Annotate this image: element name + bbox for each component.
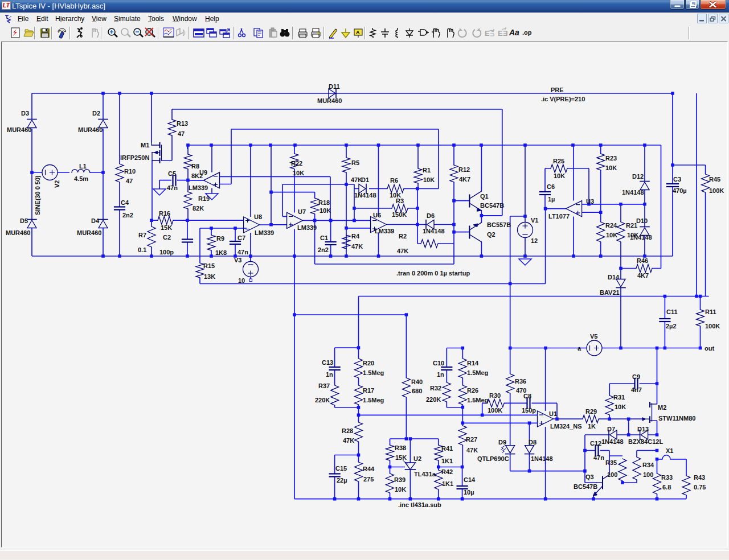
svg-text:47K: 47K	[466, 447, 478, 454]
svg-text:D13: D13	[637, 426, 649, 433]
svg-text:R12: R12	[458, 166, 470, 173]
svg-text:13K: 13K	[204, 273, 215, 280]
svg-text:MUR460: MUR460	[78, 126, 103, 133]
svg-text:R34: R34	[642, 462, 654, 468]
svg-text:6.8: 6.8	[662, 484, 671, 491]
svg-text:R41: R41	[441, 445, 453, 452]
svg-text:R17: R17	[363, 387, 374, 394]
svg-text:V3: V3	[234, 257, 241, 263]
svg-text:22µ: 22µ	[337, 477, 347, 484]
svg-text:10K: 10K	[423, 176, 435, 183]
svg-text:10µ: 10µ	[464, 489, 474, 496]
svg-text:R23: R23	[605, 155, 617, 162]
svg-text:R37: R37	[318, 382, 330, 389]
svg-text:10K: 10K	[605, 164, 617, 171]
svg-text:.tran 0 200m 0 1µ startup: .tran 0 200m 0 1µ startup	[396, 270, 470, 277]
svg-text:4K7: 4K7	[459, 176, 470, 183]
svg-text:Q1: Q1	[480, 193, 489, 200]
svg-text:QTLP690C: QTLP690C	[477, 455, 509, 462]
svg-text:1n: 1n	[437, 371, 444, 378]
svg-text:.inc tl431a.sub: .inc tl431a.sub	[398, 501, 441, 508]
svg-text:150K: 150K	[392, 211, 407, 218]
svg-text:R45: R45	[709, 176, 720, 183]
svg-text:R38: R38	[395, 444, 406, 451]
svg-text:C8: C8	[523, 393, 531, 400]
svg-text:D10: D10	[636, 217, 648, 224]
svg-text:STW11NM80: STW11NM80	[658, 415, 695, 422]
svg-text:10K: 10K	[293, 170, 304, 176]
svg-text:R42: R42	[441, 468, 453, 475]
svg-text:10K: 10K	[320, 207, 331, 214]
svg-text:D12: D12	[632, 173, 644, 180]
svg-text:X1: X1	[666, 447, 673, 454]
svg-text:100K: 100K	[705, 323, 720, 330]
svg-text:C10: C10	[433, 360, 444, 367]
svg-text:R31: R31	[613, 394, 625, 401]
svg-text:C13: C13	[322, 359, 333, 366]
svg-text:R33: R33	[661, 474, 673, 481]
svg-text:47K: 47K	[351, 176, 362, 183]
svg-text:1.5Meg: 1.5Meg	[363, 397, 384, 403]
svg-text:150p: 150p	[522, 407, 536, 414]
svg-text:R25: R25	[553, 158, 564, 164]
svg-text:Q3: Q3	[585, 473, 594, 480]
svg-text:R28: R28	[342, 427, 353, 434]
svg-text:R13: R13	[177, 120, 188, 127]
svg-text:1N4148: 1N4148	[423, 228, 445, 234]
svg-text:R24: R24	[605, 222, 617, 229]
svg-text:R26: R26	[467, 387, 478, 394]
svg-text:LM339: LM339	[375, 228, 394, 234]
svg-text:0.1: 0.1	[138, 246, 146, 253]
svg-text:4.5m: 4.5m	[74, 175, 88, 182]
svg-text:R44: R44	[363, 466, 375, 472]
svg-text:100K: 100K	[709, 187, 724, 194]
svg-text:R11: R11	[705, 308, 716, 315]
svg-text:U6: U6	[373, 212, 381, 219]
svg-text:1N4148: 1N4148	[630, 234, 652, 241]
svg-text:R32: R32	[430, 385, 441, 392]
svg-text:R19: R19	[198, 195, 210, 202]
svg-text:10K: 10K	[554, 172, 565, 179]
svg-text:LM324_NS: LM324_NS	[550, 423, 582, 430]
svg-text:470µ: 470µ	[673, 187, 687, 194]
svg-text:10K: 10K	[615, 403, 626, 410]
svg-text:R30: R30	[489, 392, 501, 399]
svg-text:1N4148: 1N4148	[622, 189, 644, 196]
svg-text:47: 47	[178, 130, 185, 137]
svg-text:.ic V(PRE)=210: .ic V(PRE)=210	[541, 96, 585, 102]
svg-text:R43: R43	[694, 474, 705, 481]
svg-text:10K: 10K	[606, 232, 617, 238]
svg-text:10: 10	[238, 277, 245, 284]
svg-text:275: 275	[363, 476, 374, 483]
svg-text:R20: R20	[363, 360, 374, 367]
svg-text:TL431a: TL431a	[414, 471, 436, 477]
svg-text:0.75: 0.75	[694, 484, 706, 491]
svg-text:1N4148: 1N4148	[531, 455, 553, 462]
svg-text:2n2: 2n2	[318, 246, 329, 253]
svg-text:10K: 10K	[395, 486, 406, 493]
svg-text:R1: R1	[423, 167, 431, 174]
svg-text:out: out	[705, 345, 714, 352]
svg-text:U7: U7	[298, 208, 306, 215]
svg-text:LM339: LM339	[297, 224, 317, 231]
svg-text:M1: M1	[141, 142, 149, 149]
svg-text:C14: C14	[464, 476, 476, 483]
svg-text:C12: C12	[590, 440, 601, 447]
svg-text:D5: D5	[20, 217, 28, 224]
svg-text:47n: 47n	[237, 249, 248, 256]
svg-text:R7: R7	[138, 232, 146, 238]
svg-text:D14: D14	[608, 274, 620, 281]
svg-text:C6: C6	[547, 183, 555, 190]
svg-text:C5: C5	[168, 170, 176, 177]
svg-text:LM339: LM339	[189, 184, 208, 191]
svg-text:47n: 47n	[593, 454, 604, 461]
svg-text:100: 100	[643, 471, 653, 478]
svg-text:R29: R29	[585, 408, 597, 415]
svg-text:47K: 47K	[343, 437, 354, 444]
svg-text:100K: 100K	[488, 407, 502, 414]
svg-text:R4: R4	[351, 233, 360, 240]
svg-text:SINE(30 0 50): SINE(30 0 50)	[34, 175, 41, 215]
svg-text:47n: 47n	[167, 184, 178, 191]
svg-text:R27: R27	[466, 436, 477, 443]
svg-text:R15: R15	[203, 262, 215, 269]
